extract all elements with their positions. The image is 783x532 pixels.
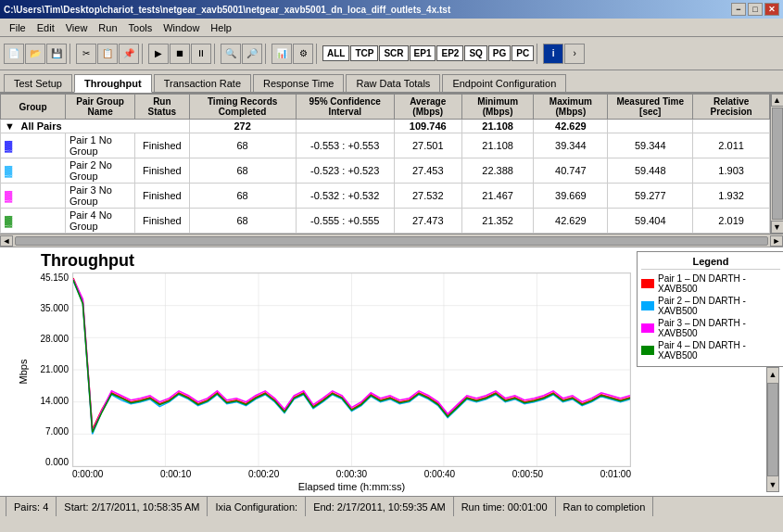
- pair1-average: 27.501: [394, 133, 461, 158]
- table-hscrollbar[interactable]: ◄ ►: [0, 234, 783, 247]
- x-label-0: 0:00:00: [72, 469, 103, 479]
- table-row: ▓ Pair 3 No Group Finished 68 -0.532 : +…: [1, 184, 770, 209]
- menu-bar: File Edit View Run Tools Window Help: [0, 19, 783, 37]
- pair4-status: Finished: [135, 209, 189, 234]
- table-row: ▓ Pair 4 No Group Finished 68 -0.555 : +…: [1, 209, 770, 234]
- menu-run[interactable]: Run: [93, 20, 122, 35]
- menu-file[interactable]: File: [4, 20, 32, 35]
- menu-edit[interactable]: Edit: [32, 20, 60, 35]
- scroll-left[interactable]: ◄: [0, 235, 13, 247]
- col-pair-group: Pair Group Name: [66, 95, 135, 120]
- x-label-2: 0:00:20: [248, 469, 279, 479]
- minimize-button[interactable]: −: [731, 3, 746, 16]
- toolbar-new[interactable]: 📄: [4, 44, 24, 64]
- table-row: ▓ Pair 2 No Group Finished 68 -0.523 : +…: [1, 158, 770, 184]
- filter-sq[interactable]: SQ: [464, 45, 486, 61]
- legend-color-4: [641, 346, 654, 355]
- pair2-time: 59.448: [608, 158, 693, 184]
- toolbar-pause[interactable]: ⏸: [191, 44, 211, 64]
- toolbar-zoom-out[interactable]: 🔎: [242, 44, 262, 64]
- menu-view[interactable]: View: [60, 20, 94, 35]
- col-confidence: 95% Confidence Interval: [296, 95, 394, 120]
- status-bar: Pairs: 4 Start: 2/17/2011, 10:58:35 AM I…: [0, 496, 783, 516]
- tab-transaction-rate[interactable]: Transaction Rate: [154, 74, 251, 92]
- chart-container: Throughput 45.150 35.000 28.000 21.000 1…: [0, 247, 783, 496]
- status-ixia: Ixia Configuration:: [208, 497, 306, 516]
- legend-scroll-up[interactable]: ▲: [766, 368, 779, 381]
- scroll-right[interactable]: ►: [770, 235, 783, 247]
- legend-item-1: Pair 1 – DN DARTH -XAVB500: [641, 273, 780, 294]
- filter-ep2[interactable]: EP2: [436, 45, 463, 61]
- menu-window[interactable]: Window: [158, 20, 205, 35]
- pair1-icon: ▓: [1, 133, 66, 158]
- pair1-minimum: 21.108: [461, 133, 534, 158]
- pair1-maximum: 39.344: [534, 133, 608, 158]
- filter-pc[interactable]: PC: [511, 45, 534, 61]
- pair4-maximum: 42.629: [534, 209, 608, 234]
- legend-label-1: Pair 1 – DN DARTH -XAVB500: [658, 273, 780, 294]
- toolbar-info[interactable]: i: [543, 44, 563, 64]
- legend-label-4: Pair 4 – DN DARTH -XAVB500: [658, 340, 780, 361]
- legend-box: Legend Pair 1 – DN DARTH -XAVB500 Pair 2…: [637, 251, 783, 367]
- maximize-button[interactable]: □: [748, 3, 763, 16]
- y-label-5: 7.000: [45, 426, 69, 437]
- all-pairs-precision: [693, 120, 770, 133]
- filter-all[interactable]: ALL: [322, 45, 349, 61]
- scroll-down[interactable]: ▼: [771, 221, 784, 234]
- legend-item-4: Pair 4 – DN DARTH -XAVB500: [641, 340, 780, 361]
- toolbar-arrow[interactable]: ›: [564, 44, 585, 64]
- filter-pg[interactable]: PG: [488, 45, 511, 61]
- filter-ep1[interactable]: EP1: [410, 45, 436, 61]
- tab-throughput[interactable]: Throughput: [74, 74, 152, 93]
- legend-color-3: [641, 323, 654, 333]
- pair4-icon: ▓: [1, 209, 66, 234]
- toolbar-sep1: [69, 44, 73, 64]
- all-pairs-confidence: [296, 120, 394, 133]
- toolbar-cut[interactable]: ✂: [76, 44, 96, 64]
- filter-scr[interactable]: SCR: [379, 45, 408, 61]
- toolbar-sep4: [265, 44, 269, 64]
- col-maximum: Maximum (Mbps): [534, 95, 608, 120]
- toolbar-config[interactable]: ⚙: [293, 44, 313, 64]
- pair4-time: 59.404: [608, 209, 693, 234]
- pair2-minimum: 22.388: [461, 158, 534, 184]
- status-completion: Ran to completion: [556, 497, 654, 516]
- chart-inner: 45.150 35.000 28.000 21.000 14.000 7.000…: [32, 272, 631, 467]
- x-label-1: 0:00:10: [160, 469, 191, 479]
- toolbar-zoom-in[interactable]: 🔍: [221, 44, 241, 64]
- menu-help[interactable]: Help: [205, 20, 237, 35]
- close-button[interactable]: ✕: [764, 3, 779, 16]
- pair3-average: 27.532: [394, 184, 461, 209]
- toolbar-paste[interactable]: 📌: [119, 44, 139, 64]
- menu-tools[interactable]: Tools: [123, 20, 158, 35]
- tab-test-setup[interactable]: Test Setup: [4, 74, 72, 92]
- status-runtime: Run time: 00:01:00: [454, 497, 556, 516]
- col-time: Measured Time [sec]: [608, 95, 693, 120]
- pair2-status: Finished: [135, 158, 189, 184]
- filter-tcp[interactable]: TCP: [350, 45, 378, 61]
- pair2-precision: 1.903: [693, 158, 770, 184]
- tab-endpoint-config[interactable]: Endpoint Configuration: [442, 74, 566, 92]
- tab-raw-data[interactable]: Raw Data Totals: [346, 74, 440, 92]
- legend-color-1: [641, 279, 654, 288]
- toolbar-stop[interactable]: ⏹: [170, 44, 190, 64]
- all-pairs-records: 272: [189, 120, 296, 133]
- toolbar-sep6: [537, 44, 540, 64]
- toolbar-open[interactable]: 📂: [25, 44, 45, 64]
- toolbar-save[interactable]: 💾: [46, 44, 67, 64]
- tab-response-time[interactable]: Response Time: [253, 74, 344, 92]
- legend-scroll-down[interactable]: ▼: [766, 478, 779, 491]
- legend-label-2: Pair 2 – DN DARTH -XAVB500: [658, 296, 780, 316]
- legend-color-2: [641, 301, 654, 310]
- y-label-2: 28.000: [40, 334, 69, 344]
- pair1-name: Pair 1 No Group: [66, 133, 135, 158]
- toolbar-graph[interactable]: 📊: [272, 44, 292, 64]
- pair2-name: Pair 2 No Group: [66, 158, 135, 184]
- toolbar-run[interactable]: ▶: [148, 44, 169, 64]
- toolbar-copy[interactable]: 📋: [97, 44, 118, 64]
- chart-title: Throughput: [41, 251, 631, 271]
- col-minimum: Minimum (Mbps): [461, 95, 534, 120]
- scroll-up[interactable]: ▲: [771, 94, 784, 107]
- col-precision: Relative Precision: [693, 95, 770, 120]
- pair2-average: 27.453: [394, 158, 461, 184]
